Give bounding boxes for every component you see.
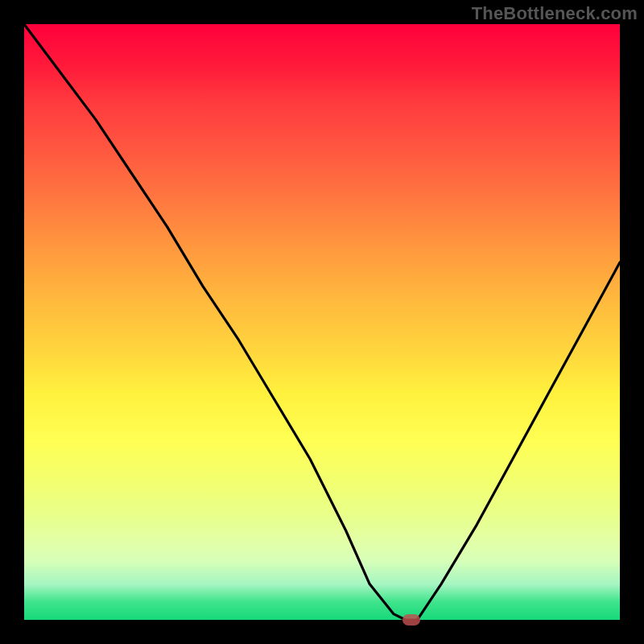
plot-area bbox=[24, 24, 620, 620]
curve-svg bbox=[24, 24, 620, 620]
bottleneck-curve bbox=[24, 24, 620, 620]
min-marker bbox=[402, 614, 420, 625]
watermark-text: TheBottleneck.com bbox=[472, 3, 638, 24]
chart-frame: TheBottleneck.com bbox=[0, 0, 644, 644]
